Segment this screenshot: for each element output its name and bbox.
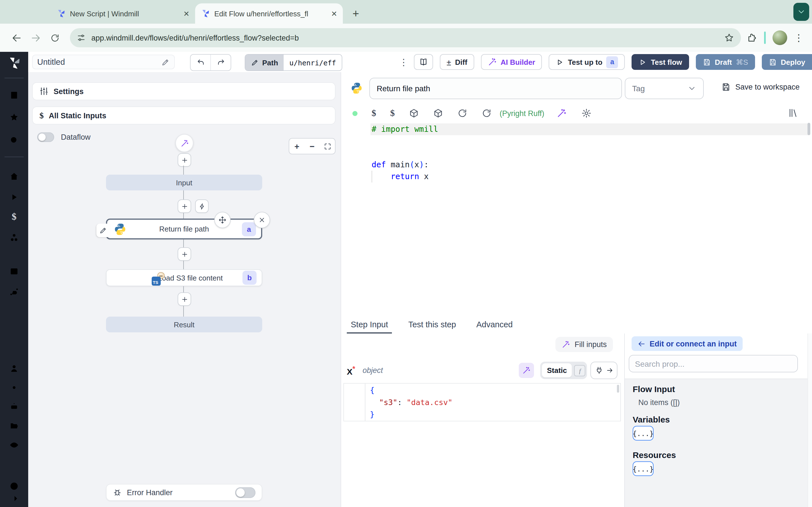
address-bar[interactable]: app.windmill.dev/flows/edit/u/henri/effo… bbox=[70, 28, 741, 47]
insert-trigger-button[interactable] bbox=[195, 200, 209, 213]
insert-step-button[interactable] bbox=[177, 153, 191, 167]
sidebar-item-favorites-icon[interactable] bbox=[9, 112, 19, 122]
code-content[interactable]: # import wmill def main(x): return x bbox=[370, 123, 809, 182]
windmill-logo[interactable] bbox=[7, 56, 21, 70]
extensions-icon[interactable] bbox=[747, 33, 757, 43]
resources-dollar-icon[interactable]: $ bbox=[390, 108, 395, 118]
sidebar-item-runs-icon[interactable] bbox=[9, 192, 19, 202]
redo-button[interactable] bbox=[210, 55, 231, 70]
edit-step-pencil-icon[interactable] bbox=[96, 224, 110, 237]
error-handler-row[interactable]: Error Handler bbox=[106, 484, 262, 501]
json-scrollbar[interactable] bbox=[617, 385, 619, 393]
sidebar-item-home-icon[interactable] bbox=[9, 171, 19, 181]
zoom-in-button[interactable]: + bbox=[289, 138, 305, 154]
sidebar-item-audit-logs-icon[interactable] bbox=[9, 440, 19, 450]
ai-fill-button[interactable] bbox=[519, 363, 534, 378]
json-content[interactable]: { "s3": "data.csv"} bbox=[369, 384, 616, 420]
profile-avatar[interactable] bbox=[772, 31, 787, 45]
flow-node-input[interactable]: Input bbox=[106, 175, 262, 190]
ai-builder-button[interactable]: AI Builder bbox=[481, 54, 542, 70]
flow-settings-button[interactable]: Settings bbox=[32, 82, 336, 100]
lint-status[interactable]: (Pyright Ruff) bbox=[500, 109, 545, 117]
sidebar-collapse-icon[interactable] bbox=[9, 494, 19, 504]
flow-node-b[interactable]: TS Load S3 file content b bbox=[106, 269, 262, 286]
sidebar-item-settings-icon[interactable] bbox=[9, 383, 19, 393]
reload-button[interactable] bbox=[45, 28, 64, 47]
package-icon[interactable] bbox=[409, 108, 419, 118]
tab-advanced[interactable]: Advanced bbox=[474, 316, 514, 334]
test-up-to-button[interactable]: Test up to a bbox=[549, 54, 625, 70]
fit-view-button[interactable] bbox=[320, 138, 335, 154]
sidebar-item-workers-icon[interactable] bbox=[9, 402, 19, 412]
sidebar-item-routes-icon[interactable] bbox=[9, 287, 19, 297]
back-button[interactable] bbox=[7, 28, 26, 47]
sidebar-item-schedules-icon[interactable] bbox=[9, 266, 19, 276]
draft-button[interactable]: Draft ⌘S bbox=[696, 54, 755, 70]
editor-settings-gear-icon[interactable] bbox=[581, 108, 592, 118]
library-icon[interactable] bbox=[788, 108, 799, 118]
connect-input-button[interactable] bbox=[591, 362, 617, 379]
edit-or-connect-button[interactable]: Edit or connect an input bbox=[631, 336, 742, 351]
tab-close-icon[interactable]: ✕ bbox=[183, 9, 190, 18]
new-tab-button[interactable]: + bbox=[347, 5, 364, 22]
bookmark-star-icon[interactable] bbox=[724, 33, 734, 43]
variables-icon[interactable]: $ bbox=[371, 108, 376, 118]
connect-input-panel: Edit or connect an input Flow Input No i… bbox=[624, 334, 812, 507]
diff-button[interactable]: ± Diff bbox=[440, 54, 474, 70]
tab-test-this-step[interactable]: Test this step bbox=[407, 316, 458, 334]
sidebar-item-resources-icon[interactable] bbox=[9, 233, 19, 243]
flow-node-a[interactable]: Return file path a bbox=[106, 219, 262, 239]
deploy-button[interactable]: Deploy bbox=[762, 54, 812, 70]
expression-mode-icon[interactable]: f bbox=[574, 365, 586, 376]
sidebar-item-workspace-icon[interactable] bbox=[9, 90, 19, 100]
variables-object-chip[interactable]: {...} bbox=[633, 426, 654, 441]
insert-step-button[interactable] bbox=[177, 200, 191, 213]
search-prop-input[interactable] bbox=[629, 355, 798, 372]
resources-object-chip[interactable]: {...} bbox=[633, 461, 654, 476]
static-mode-button[interactable]: Static bbox=[542, 363, 572, 378]
sidebar-item-help-icon[interactable] bbox=[9, 481, 19, 491]
dataflow-toggle[interactable] bbox=[37, 132, 54, 142]
sidebar-item-variables-icon[interactable]: $ bbox=[9, 211, 19, 221]
insert-step-button[interactable] bbox=[177, 292, 191, 306]
reload-icon[interactable] bbox=[457, 108, 467, 118]
all-static-inputs-button[interactable]: $ All Static Inputs bbox=[32, 107, 336, 124]
path-button[interactable]: Path u/henri/eff bbox=[245, 54, 342, 71]
tab-close-icon[interactable]: ✕ bbox=[331, 9, 337, 18]
flow-node-result[interactable]: Result bbox=[106, 317, 262, 332]
sidebar-item-folders-icon[interactable] bbox=[9, 421, 19, 431]
zoom-out-button[interactable]: − bbox=[305, 138, 320, 154]
tag-select[interactable]: Tag bbox=[625, 78, 704, 99]
tab-search-button[interactable] bbox=[794, 3, 809, 21]
delete-node-button[interactable] bbox=[254, 212, 270, 228]
package-icon[interactable] bbox=[433, 108, 443, 118]
ai-flow-button[interactable] bbox=[175, 134, 193, 152]
sidebar-item-search-icon[interactable] bbox=[9, 135, 19, 145]
ai-wand-icon[interactable] bbox=[557, 108, 567, 118]
flow-name-input[interactable]: Untitled bbox=[32, 55, 175, 69]
more-options-icon[interactable]: ⋮ bbox=[399, 57, 407, 67]
editor-scrollbar[interactable] bbox=[808, 123, 810, 135]
undo-button[interactable] bbox=[191, 55, 210, 70]
move-node-handle[interactable] bbox=[214, 212, 231, 228]
tab-step-input[interactable]: Step Input bbox=[349, 316, 390, 334]
docs-button[interactable] bbox=[414, 54, 433, 70]
sidebar-item-users-icon[interactable] bbox=[9, 363, 19, 374]
site-settings-icon[interactable] bbox=[77, 33, 86, 42]
browser-tab-edit-flow[interactable]: Edit Flow u/henri/effortless_fl ✕ bbox=[195, 3, 343, 24]
browser-menu-icon[interactable]: ⋮ bbox=[794, 32, 802, 44]
step-name-input[interactable] bbox=[369, 78, 622, 99]
save-to-workspace-button[interactable]: Save to workspace bbox=[721, 82, 800, 92]
forward-button[interactable] bbox=[26, 28, 45, 47]
insert-step-button[interactable] bbox=[177, 247, 191, 261]
json-value-editor[interactable]: { "s3": "data.csv"} bbox=[343, 383, 621, 421]
pencil-icon[interactable] bbox=[161, 58, 170, 66]
test-flow-button[interactable]: Test flow bbox=[632, 54, 689, 70]
error-handler-toggle[interactable] bbox=[235, 487, 255, 498]
reload-icon[interactable] bbox=[481, 108, 492, 118]
browser-tab-new-script[interactable]: New Script | Windmill ✕ bbox=[51, 3, 195, 24]
fill-inputs-button[interactable]: Fill inputs bbox=[555, 337, 613, 352]
panel-scrollbar-track[interactable] bbox=[808, 334, 812, 507]
code-editor[interactable]: # import wmill def main(x): return x bbox=[341, 122, 812, 316]
divider bbox=[4, 78, 24, 78]
